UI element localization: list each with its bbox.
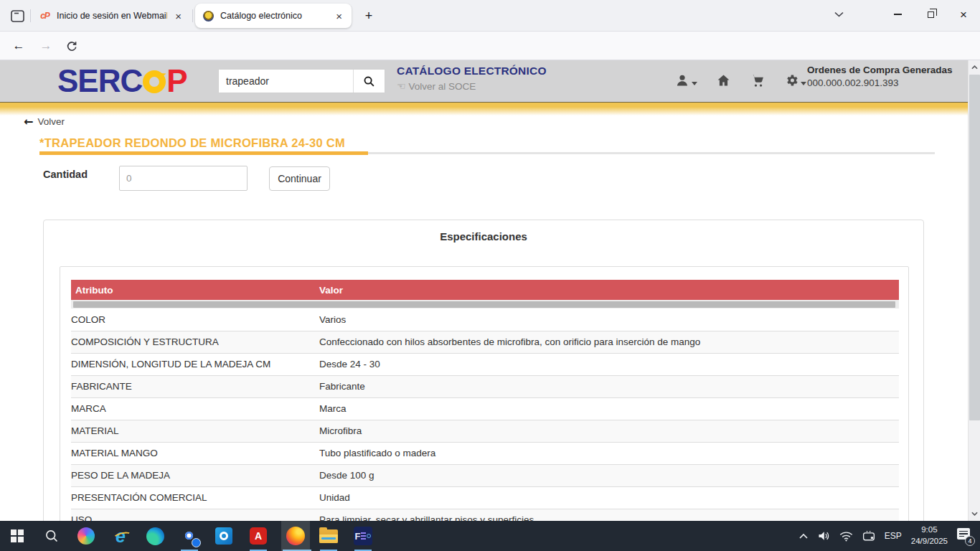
column-header-valor: Valor — [319, 285, 343, 296]
specifications-table: COLORVariosCOMPOSICIÓN Y ESTRUCTURAConfe… — [71, 309, 899, 521]
tab-close-icon[interactable]: × — [173, 10, 184, 22]
spec-value-cell: Unidad — [319, 486, 899, 509]
window-minimize-button[interactable] — [881, 0, 914, 29]
sercop-logo-o-swoosh — [143, 70, 166, 93]
browser-toolbar: ← → catalogoelectronico.compraspublicas.… — [0, 32, 980, 60]
spec-value-cell: Varios — [319, 309, 899, 331]
spec-value-cell: Microfibra — [319, 420, 899, 442]
spec-attribute-cell: FABRICANTE — [71, 375, 319, 397]
windows-taskbar: e A F — [0, 521, 980, 551]
tab-catalogo[interactable]: Catálogo electrónico × — [195, 4, 352, 28]
spec-attribute-cell: PESO DE LA MADEJA — [71, 464, 319, 486]
orders-counter: Ordenes de Compra Generadas 000.000.002.… — [807, 65, 961, 88]
spec-attribute-cell: USO — [71, 509, 319, 521]
product-title: *TRAPEADOR REDONDO DE MICROFIBRA 24-30 C… — [39, 136, 345, 150]
scroll-down-icon[interactable] — [969, 508, 980, 519]
logo-text: P — [166, 63, 187, 99]
hidden-icons-chevron-icon[interactable] — [799, 533, 808, 539]
specs-table-body: COLORVariosCOMPOSICIÓN Y ESTRUCTURAConfe… — [71, 309, 899, 521]
new-tab-button[interactable]: + — [359, 6, 379, 25]
search-input[interactable] — [219, 70, 353, 93]
user-menu-icon[interactable] — [675, 73, 697, 88]
settings-gear-icon[interactable] — [784, 73, 806, 88]
home-icon[interactable] — [716, 73, 731, 88]
chrome-profile-badge — [192, 538, 201, 547]
spec-attribute-cell: PRESENTACIÓN COMERCIAL — [71, 486, 319, 509]
tab-close-icon[interactable]: × — [334, 10, 344, 22]
ecuador-coat-of-arms-favicon — [202, 10, 215, 22]
table-horizontal-scrollbar[interactable] — [71, 300, 899, 309]
acrobat-icon[interactable]: A — [242, 521, 274, 551]
continue-button[interactable]: Continuar — [269, 166, 330, 191]
tab-separator — [30, 9, 31, 22]
firefox-icon[interactable] — [281, 521, 310, 551]
spec-attribute-cell: MARCA — [71, 397, 319, 420]
back-icon[interactable]: ← — [9, 37, 29, 55]
scrollbar-thumb[interactable] — [73, 301, 895, 308]
tab-webmail[interactable]: cP Inicio de sesión en Webmail × — [32, 0, 191, 32]
notification-center-icon[interactable]: 4 — [957, 528, 973, 544]
volver-al-soce-link[interactable]: ☜ Volver al SOCE — [397, 80, 547, 92]
wifi-icon[interactable] — [839, 531, 853, 542]
cart-icon[interactable] — [750, 73, 765, 88]
reload-icon[interactable] — [62, 37, 82, 55]
table-row: USOPara limpiar, secar y abrillantar pis… — [71, 509, 899, 521]
table-header-row: Atributo Valor — [71, 280, 899, 300]
clock[interactable]: 9:05 24/9/2025 — [911, 524, 948, 547]
spec-value-cell: Desde 24 - 30 — [319, 353, 899, 375]
window-restore-button[interactable] — [914, 0, 947, 29]
internet-explorer-icon[interactable]: e — [105, 521, 136, 551]
spec-attribute-cell: COLOR — [71, 309, 319, 331]
quantity-label: Cantidad — [43, 169, 88, 180]
spec-value-cell: Marca — [319, 397, 899, 420]
language-indicator[interactable]: ESP — [885, 531, 902, 541]
tab-separator — [192, 9, 193, 22]
header-yellow-divider — [0, 102, 968, 116]
scrollbar-thumb[interactable] — [969, 75, 980, 420]
specifications-card: Atributo Valor COLORVariosCOMPOSICIÓN Y … — [60, 266, 909, 521]
windows-logo-icon — [11, 529, 24, 542]
fe-app-icon[interactable]: F — [347, 521, 379, 551]
chrome-icon[interactable] — [174, 521, 205, 551]
outlook-icon[interactable] — [208, 521, 240, 551]
table-row: DIMENSIÓN, LONGITUD DE LA MADEJA CMDesde… — [71, 353, 899, 375]
page-vertical-scrollbar[interactable] — [968, 60, 980, 521]
quantity-input[interactable] — [119, 166, 248, 191]
start-button[interactable] — [1, 521, 33, 551]
table-row: FABRICANTEFabricante — [71, 375, 899, 397]
table-row: MATERIAL MANGOTubo plastificado o madera — [71, 442, 899, 464]
notification-count-badge: 4 — [965, 536, 975, 546]
scroll-up-icon[interactable] — [969, 62, 980, 73]
taskbar-search-icon[interactable] — [36, 521, 67, 551]
table-row: MARCAMarca — [71, 397, 899, 420]
volume-icon[interactable] — [817, 530, 830, 542]
spec-attribute-cell: MATERIAL MANGO — [71, 442, 319, 464]
specifications-title: Especificaciones — [44, 230, 923, 242]
logo-text: C — [120, 63, 142, 99]
browser-tab-bar: cP Inicio de sesión en Webmail × Catálog… — [0, 0, 980, 32]
firefox-view-icon[interactable] — [7, 6, 27, 25]
edge-icon[interactable] — [139, 521, 171, 551]
chevron-down-icon — [801, 82, 806, 85]
file-explorer-icon[interactable] — [313, 521, 344, 551]
window-close-button[interactable]: × — [947, 0, 980, 29]
copilot-icon[interactable] — [70, 521, 102, 551]
search-button[interactable] — [353, 70, 385, 93]
hand-pointer-icon: ☜ — [397, 80, 406, 92]
volver-back-link[interactable]: ← Volver — [24, 115, 65, 128]
catalog-search — [218, 69, 385, 93]
orders-label: Ordenes de Compra Generadas — [807, 65, 961, 75]
clock-time: 9:05 — [911, 524, 948, 536]
sercop-logo[interactable]: SERCP — [57, 63, 187, 99]
title-underline-gray — [368, 152, 935, 154]
display-cast-icon[interactable] — [862, 530, 875, 542]
table-row: PRESENTACIÓN COMERCIALUnidad — [71, 486, 899, 509]
cpanel-favicon: cP — [39, 10, 51, 22]
screen: cP Inicio de sesión en Webmail × Catálog… — [0, 0, 980, 551]
tab-title: Inicio de sesión en Webmail — [57, 11, 167, 21]
tab-title: Catálogo electrónico — [220, 11, 328, 21]
spec-attribute-cell: DIMENSIÓN, LONGITUD DE LA MADEJA CM — [71, 353, 319, 375]
list-all-tabs-icon[interactable] — [822, 0, 855, 29]
specifications-panel: Especificaciones Atributo Valor COLORVar… — [43, 220, 924, 521]
column-header-atributo: Atributo — [71, 285, 319, 296]
